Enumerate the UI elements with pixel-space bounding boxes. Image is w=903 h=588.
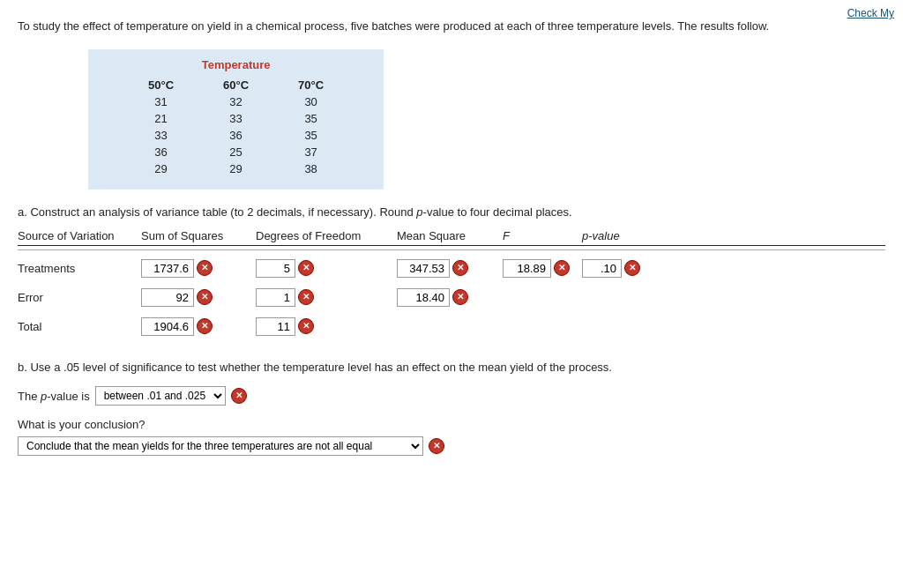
part-a-label: a. Construct an analysis of variance tab… — [18, 205, 885, 219]
anova-source-1: Error — [18, 291, 141, 304]
col-header-70: 70°C — [273, 77, 348, 93]
anova-ss-x-0[interactable] — [197, 260, 213, 276]
pvalue-label: The p-value is — [18, 390, 90, 403]
data-cell: 29 — [198, 160, 273, 177]
anova-df-x-1[interactable] — [298, 289, 314, 305]
anova-col-source-header: Source of Variation — [18, 229, 141, 242]
data-cell: 35 — [273, 127, 348, 144]
data-cell: 37 — [273, 144, 348, 160]
anova-ss-x-2[interactable] — [197, 318, 213, 334]
check-my-button[interactable]: Check My — [847, 7, 894, 19]
anova-ms-x-0[interactable] — [452, 260, 468, 276]
anova-ms-input-0[interactable] — [397, 259, 450, 278]
anova-pval-x-0[interactable] — [624, 260, 640, 276]
conclusion-row: Conclude that the mean yields for the th… — [18, 436, 885, 456]
data-cell: 33 — [198, 110, 273, 127]
data-cell: 36 — [198, 127, 273, 144]
intro-text: To study the effect of temperature on yi… — [18, 18, 885, 35]
data-cell: 35 — [273, 110, 348, 127]
temperature-header: Temperature — [123, 58, 348, 71]
anova-row: Error — [18, 283, 885, 312]
data-cell: 33 — [123, 127, 198, 144]
data-table: 50°C 60°C 70°C 3132302133353336353625372… — [123, 77, 348, 177]
data-cell: 32 — [198, 93, 273, 110]
anova-ss-input-0[interactable] — [141, 259, 194, 278]
anova-f-input-0[interactable] — [503, 259, 551, 278]
conclusion-select[interactable]: Conclude that the mean yields for the th… — [18, 436, 423, 456]
col-header-50: 50°C — [123, 77, 198, 93]
anova-df-input-2[interactable] — [256, 317, 295, 336]
anova-ss-input-2[interactable] — [141, 317, 194, 336]
anova-col-ss-header: Sum of Squares — [141, 229, 256, 242]
pvalue-x-icon[interactable] — [231, 388, 247, 404]
pvalue-select[interactable]: between .01 and .025less than .01between… — [95, 386, 226, 406]
anova-col-pval-header: p-value — [582, 229, 661, 242]
anova-ms-x-1[interactable] — [452, 289, 468, 305]
col-header-60: 60°C — [198, 77, 273, 93]
part-b-section: b. Use a .05 level of significance to te… — [18, 359, 885, 457]
anova-row: Total — [18, 312, 885, 341]
data-cell: 21 — [123, 110, 198, 127]
anova-df-input-0[interactable] — [256, 259, 295, 278]
data-cell: 31 — [123, 93, 198, 110]
data-cell: 36 — [123, 144, 198, 160]
anova-row: Treatments — [18, 254, 885, 283]
anova-table: Source of Variation Sum of Squares Degre… — [18, 229, 885, 341]
data-cell: 29 — [123, 160, 198, 177]
anova-source-2: Total — [18, 320, 141, 333]
data-table-container: Temperature 50°C 60°C 70°C 3132302133353… — [88, 49, 384, 190]
anova-df-x-2[interactable] — [298, 318, 314, 334]
anova-df-x-0[interactable] — [298, 260, 314, 276]
data-cell: 30 — [273, 93, 348, 110]
conclusion-label: What is your conclusion? — [18, 418, 885, 431]
anova-ss-x-1[interactable] — [197, 289, 213, 305]
anova-col-ms-header: Mean Square — [397, 229, 503, 242]
anova-col-df-header: Degrees of Freedom — [256, 229, 397, 242]
data-cell: 25 — [198, 144, 273, 160]
conclusion-x-icon[interactable] — [429, 438, 444, 454]
anova-source-0: Treatments — [18, 262, 141, 275]
anova-ss-input-1[interactable] — [141, 288, 194, 307]
pvalue-row: The p-value is between .01 and .025less … — [18, 386, 885, 406]
anova-ms-input-1[interactable] — [397, 288, 450, 307]
part-b-text: b. Use a .05 level of significance to te… — [18, 359, 885, 376]
data-cell: 38 — [273, 160, 348, 177]
anova-df-input-1[interactable] — [256, 288, 295, 307]
anova-f-x-0[interactable] — [554, 260, 570, 276]
anova-header-row: Source of Variation Sum of Squares Degre… — [18, 229, 885, 246]
anova-col-f-header: F — [503, 229, 582, 242]
anova-pval-input-0[interactable] — [582, 259, 622, 278]
